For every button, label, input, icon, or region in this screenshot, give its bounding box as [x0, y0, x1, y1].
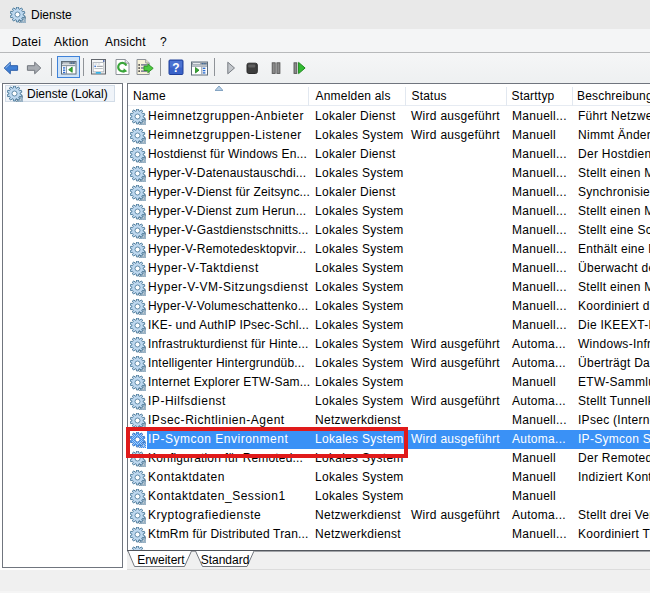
svg-text:Erweitert: Erweitert — [137, 553, 185, 567]
svg-text:Standard: Standard — [201, 553, 250, 567]
